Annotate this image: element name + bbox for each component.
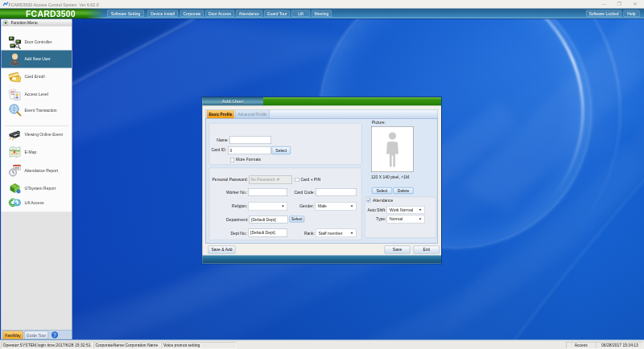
- svg-text:?: ?: [53, 332, 56, 338]
